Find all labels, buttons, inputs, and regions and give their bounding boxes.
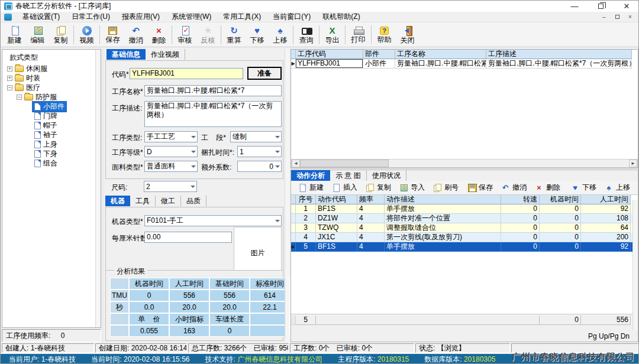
- move-up-button[interactable]: ♠上移: [269, 24, 292, 46]
- menu-basic-settings[interactable]: 基础设置(T): [17, 11, 66, 22]
- mdi-close-button[interactable]: ×: [625, 14, 635, 20]
- tab-usage-status[interactable]: 使用状况: [367, 170, 406, 181]
- menu-current-window[interactable]: 当前窗口(Y): [267, 11, 317, 22]
- process-name-input[interactable]: 剪量袖口.脚口.中腰.帽口松紧*7: [144, 85, 282, 96]
- tab-diagram[interactable]: 示 意 图: [330, 170, 367, 181]
- tree-scrollbar[interactable]: [95, 50, 101, 327]
- detail-scrollbar[interactable]: [285, 49, 289, 342]
- tree-item-sleeve[interactable]: 袖子: [2, 130, 101, 139]
- action-row-selected[interactable]: ▶ 5 BF1S 4 单手摆放 0 0 92: [291, 242, 638, 252]
- col-seq[interactable]: 序号: [296, 195, 316, 204]
- col-machine-time[interactable]: 机器时间: [540, 195, 581, 204]
- save-button[interactable]: 保存: [101, 24, 124, 46]
- tree-item-casual[interactable]: +休闲服: [2, 64, 101, 73]
- col-action-desc[interactable]: 动作描述: [385, 195, 501, 204]
- tree-item-fashion[interactable]: +时装: [2, 73, 101, 83]
- process-table-row[interactable]: ▶ YLFHFBJ001 小部件 剪量袖口.脚口.中腰.帽口松紧*7 剪量袖口.…: [291, 59, 638, 69]
- col-frequency[interactable]: 频率: [357, 195, 385, 204]
- edit-button[interactable]: 编辑: [26, 24, 49, 46]
- action-copy-button[interactable]: 复制: [361, 181, 395, 194]
- process-table-hscrollbar[interactable]: ◄ ►: [291, 159, 638, 168]
- col-action-code[interactable]: 动作代码: [316, 195, 357, 204]
- move-down-button[interactable]: ♥下移: [246, 24, 269, 46]
- close-window-button[interactable]: 关闭: [396, 24, 419, 46]
- action-move-down-button[interactable]: ♥下移: [566, 181, 600, 194]
- code-input[interactable]: YLFHFBJ001: [130, 68, 243, 79]
- copy-button[interactable]: 复制: [49, 24, 72, 46]
- tab-machine[interactable]: 机器: [105, 196, 130, 206]
- grade-combo[interactable]: D: [144, 146, 198, 157]
- menu-system[interactable]: 系统管理(W): [166, 11, 217, 22]
- tab-quality[interactable]: 品质: [181, 196, 206, 206]
- action-row[interactable]: 1 BF1S 4 单手摆放 0 0 92: [291, 204, 638, 214]
- menu-reports[interactable]: 报表应用(V): [116, 11, 166, 22]
- undo-button[interactable]: ↶撤消: [124, 24, 147, 46]
- search-button[interactable]: 查询: [295, 24, 318, 46]
- tree-item-doorplate[interactable]: 门牌: [2, 111, 101, 121]
- action-undo-button[interactable]: ↶撤消: [496, 181, 530, 194]
- tree-item-small-parts[interactable]: 小部件: [2, 102, 101, 111]
- action-move-up-button[interactable]: ♠上移: [600, 181, 634, 194]
- segment-combo[interactable]: 缝制: [230, 131, 282, 142]
- action-row[interactable]: 4 JX1C 4 第一次剪线(取及放剪刀) 0 0 200: [291, 233, 638, 242]
- col-labor-time[interactable]: 人工时间: [581, 195, 631, 204]
- scroll-left-arrow[interactable]: ◄: [292, 160, 300, 167]
- process-desc-textarea[interactable]: 剪量袖口.脚口.中腰.帽口松紧*7（一次剪两根）: [144, 101, 282, 127]
- action-new-button[interactable]: 新建: [293, 181, 327, 194]
- col-part[interactable]: 部件: [363, 50, 395, 59]
- action-save-button[interactable]: 保存: [464, 181, 496, 194]
- tree-item-hat[interactable]: 帽子: [2, 121, 101, 130]
- tab-basic-info[interactable]: 基础信息: [106, 49, 146, 60]
- menu-daily-work[interactable]: 日常工作(U): [66, 11, 116, 22]
- machine-type-combo[interactable]: F0101-手工: [144, 215, 282, 226]
- col-process-code[interactable]: 工序代码: [296, 50, 363, 59]
- delete-button[interactable]: ×删除: [147, 24, 170, 46]
- collapse-icon[interactable]: −: [7, 85, 12, 90]
- action-insert-button[interactable]: 插入: [327, 181, 361, 194]
- action-table-scrollbar[interactable]: [632, 200, 638, 330]
- tab-tool[interactable]: 工具: [130, 196, 156, 206]
- help-button[interactable]: ?帮助: [373, 24, 396, 46]
- action-row[interactable]: 2 DZ1W 4 将部件对准一个位置 0 0 108: [291, 214, 638, 223]
- action-row[interactable]: 3 TZWQ 4 调整握取缝合位 0 0 64: [291, 223, 638, 233]
- video-button[interactable]: 视频: [75, 24, 98, 46]
- expand-icon[interactable]: +: [7, 76, 12, 81]
- print-button[interactable]: 打印: [347, 24, 370, 46]
- minimize-button[interactable]: —: [561, 1, 588, 12]
- tab-action-analysis[interactable]: 动作分析: [291, 170, 330, 181]
- expand-icon[interactable]: +: [7, 66, 12, 72]
- menu-tools[interactable]: 常用工具(X): [217, 11, 267, 22]
- col-process-name[interactable]: 工序名称: [395, 50, 486, 59]
- action-import-button[interactable]: 导入: [395, 181, 428, 194]
- restore-button[interactable]: [588, 1, 614, 12]
- col-speed[interactable]: 转速: [501, 195, 540, 204]
- prepare-button[interactable]: 准备: [247, 67, 282, 80]
- size-combo[interactable]: 2: [144, 181, 197, 192]
- menu-help[interactable]: 联机帮助(Z): [317, 11, 366, 22]
- collapse-icon[interactable]: −: [17, 95, 22, 100]
- stitch-density-input[interactable]: 0.00: [144, 232, 232, 243]
- scroll-right-arrow[interactable]: ►: [629, 160, 637, 167]
- process-type-combo[interactable]: 手工工艺: [144, 131, 198, 142]
- fabric-type-combo[interactable]: 普通面料: [144, 161, 198, 172]
- tab-workmanship[interactable]: 做工: [156, 196, 181, 206]
- action-renumber-button[interactable]: 刷号: [428, 181, 462, 194]
- audit-button[interactable]: 审核: [173, 24, 196, 46]
- tree-item-medical[interactable]: −医疗: [2, 83, 101, 92]
- export-button[interactable]: X导出: [321, 24, 344, 46]
- mdi-minimize-button[interactable]: –: [599, 14, 609, 20]
- close-button[interactable]: ✕: [614, 1, 639, 12]
- tab-work-video[interactable]: 作业视频: [146, 49, 185, 60]
- tree-item-upper-body[interactable]: 上身: [2, 139, 101, 149]
- recalculate-button[interactable]: ↻重算: [222, 24, 246, 46]
- scroll-thumb[interactable]: [300, 160, 389, 167]
- action-delete-button[interactable]: ×删除: [530, 181, 564, 194]
- bundle-time-combo[interactable]: 1: [237, 146, 282, 157]
- new-button[interactable]: 新建: [3, 24, 26, 46]
- action-statistics-button[interactable]: Σ统计: [636, 181, 639, 194]
- tree-item-lower-body[interactable]: 下身: [2, 149, 101, 158]
- extra-factor-combo[interactable]: 0: [237, 161, 282, 172]
- mdi-restore-button[interactable]: [612, 14, 622, 20]
- col-process-desc[interactable]: 工序描述: [486, 50, 632, 59]
- tree-item-combination[interactable]: 组合: [2, 158, 101, 168]
